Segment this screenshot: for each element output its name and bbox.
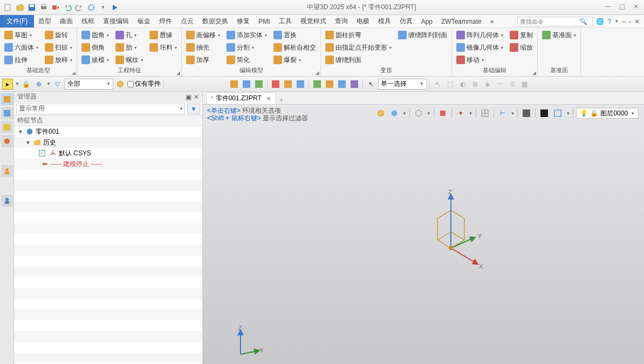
- dropdown-icon[interactable]: ▾: [265, 33, 267, 38]
- dropdown-icon[interactable]: ▾: [252, 45, 254, 50]
- lock-icon[interactable]: 🔒: [21, 79, 32, 90]
- menu-模具[interactable]: 模具: [374, 15, 395, 28]
- dropdown-icon[interactable]: ▾: [574, 33, 576, 38]
- tab-assembly-icon[interactable]: [1, 107, 13, 119]
- cmd7-icon[interactable]: [312, 79, 323, 90]
- dropdown-icon[interactable]: ▾: [299, 58, 301, 63]
- filter-funnel-icon[interactable]: ▼: [187, 104, 200, 114]
- display-mode-dropdown[interactable]: 显示常用▾: [16, 104, 185, 114]
- ribbon-缠绕到面[interactable]: 缠绕到面: [324, 54, 393, 66]
- cmd6-icon[interactable]: [295, 79, 306, 90]
- save-icon[interactable]: [27, 3, 37, 12]
- dropdown-icon[interactable]: ▾: [70, 58, 72, 63]
- tab-views-icon[interactable]: [1, 135, 13, 147]
- menu-工具[interactable]: 工具: [275, 15, 296, 28]
- section-icon[interactable]: [437, 108, 449, 119]
- dropdown-icon[interactable]: ▾: [107, 33, 109, 38]
- ribbon-拉伸[interactable]: 拉伸: [3, 54, 39, 66]
- menu-数据交换[interactable]: 数据交换: [198, 15, 232, 28]
- menu-查询[interactable]: 查询: [331, 15, 352, 28]
- ribbon-添加实体[interactable]: 添加实体▾: [225, 29, 268, 41]
- menu-overflow[interactable]: »: [486, 15, 498, 28]
- menu-修复[interactable]: 修复: [232, 15, 254, 28]
- add-tab-icon[interactable]: +: [279, 97, 283, 104]
- ribbon-分割[interactable]: 分割▾: [225, 42, 268, 53]
- dropdown-icon[interactable]: ▾: [141, 58, 143, 63]
- cmd4-icon[interactable]: [270, 79, 281, 90]
- ribbon-旋转[interactable]: 旋转: [44, 29, 73, 41]
- undo-icon[interactable]: [63, 3, 72, 12]
- play-icon[interactable]: [110, 3, 120, 12]
- globe-icon[interactable]: 🌐: [596, 18, 604, 25]
- view-cube-icon[interactable]: [375, 108, 387, 119]
- search-icon[interactable]: 🔍: [579, 18, 587, 25]
- dropdown-icon[interactable]: ▾: [36, 45, 38, 50]
- ribbon-移动[interactable]: 移动▾: [455, 54, 504, 66]
- ribbon-解析自相交[interactable]: 解析自相交: [272, 42, 317, 53]
- dropdown-icon[interactable]: ▾: [30, 33, 32, 38]
- minimize-button[interactable]: —: [603, 3, 613, 12]
- settings-icon[interactable]: [86, 3, 96, 12]
- opt5-icon[interactable]: ◈: [482, 79, 493, 90]
- ribbon-肋[interactable]: 肋▾: [114, 42, 144, 53]
- tree-history[interactable]: ▾ 历史: [14, 137, 202, 148]
- export-icon[interactable]: [51, 3, 60, 12]
- ribbon-圆柱折弯[interactable]: 圆柱折弯: [324, 29, 393, 41]
- ribbon-孔[interactable]: 孔▾: [114, 29, 144, 41]
- opt8-icon[interactable]: ▦: [519, 79, 530, 90]
- menu-仿真[interactable]: 仿真: [395, 15, 417, 28]
- ribbon-扫掠[interactable]: 扫掠▾: [44, 42, 73, 53]
- select-mode-dropdown[interactable]: 单一选择▼: [378, 79, 427, 90]
- color-icon[interactable]: [538, 108, 550, 119]
- ribbon-缠绕阵列到面[interactable]: 缠绕阵列到面: [397, 29, 448, 41]
- dropdown-icon[interactable]: ▾: [482, 58, 484, 63]
- cmd10-icon[interactable]: [349, 79, 360, 90]
- dropdown-icon[interactable]: ▾: [389, 45, 392, 50]
- ruler-icon[interactable]: ⊢: [497, 108, 509, 119]
- tree-build-stop[interactable]: ⬅ ----- 建模停止 -----: [14, 159, 202, 169]
- dropdown-icon[interactable]: ▾: [501, 33, 503, 38]
- wireframe-icon[interactable]: [413, 108, 424, 119]
- anchor-dropdown-icon[interactable]: ▼: [46, 81, 51, 86]
- ribbon-六面体[interactable]: 六面体▾: [3, 42, 39, 53]
- ribbon-倒角[interactable]: 倒角: [80, 42, 110, 53]
- redo-icon[interactable]: [74, 3, 84, 12]
- menu-线框[interactable]: 线框: [77, 15, 99, 28]
- opt7-icon[interactable]: ⊙: [507, 79, 518, 90]
- ribbon-放样[interactable]: 放样▾: [44, 54, 73, 66]
- opt3-icon[interactable]: ◐: [457, 79, 468, 90]
- dropdown-icon[interactable]: ▾: [107, 58, 109, 63]
- dropdown-icon[interactable]: ▾: [218, 33, 220, 38]
- menu-ZWTeammate[interactable]: ZWTeammate: [437, 15, 486, 28]
- dropdown-icon[interactable]: ▾: [134, 45, 136, 50]
- dropdown-icon[interactable]: ▾: [70, 45, 72, 50]
- ribbon-抽壳[interactable]: 抽壳: [185, 42, 221, 53]
- dialog-launcher-icon[interactable]: ◢: [532, 70, 536, 75]
- cmd8-icon[interactable]: [324, 79, 335, 90]
- opt4-icon[interactable]: ⊞: [470, 79, 481, 90]
- cmd3-icon[interactable]: [254, 79, 264, 90]
- tree-csys[interactable]: ✓ 默认 CSYS: [14, 148, 202, 159]
- tab-user-icon[interactable]: [1, 165, 13, 177]
- tab-close-icon[interactable]: ✕: [266, 95, 271, 102]
- tab-user2-icon[interactable]: [1, 195, 13, 207]
- ribbon-复制[interactable]: 复制: [509, 29, 534, 41]
- document-tab[interactable]: * 零件001.Z3PRT ✕: [206, 92, 276, 104]
- ribbon-阵列几何体[interactable]: 阵列几何体▾: [455, 29, 504, 41]
- mdi-minimize[interactable]: –: [622, 18, 626, 25]
- only-parts-checkbox[interactable]: 仅有零件: [127, 79, 161, 88]
- ribbon-螺纹[interactable]: 螺纹▾: [114, 54, 144, 66]
- command-search[interactable]: 🔍: [517, 17, 593, 26]
- ribbon-由指定点开始变形[interactable]: 由指定点开始变形▾: [324, 42, 393, 53]
- grid-icon[interactable]: [479, 108, 491, 119]
- search-input[interactable]: [520, 18, 579, 25]
- cmd9-icon[interactable]: [337, 79, 347, 90]
- ribbon-镜像几何体[interactable]: 镜像几何体▾: [455, 42, 504, 53]
- manager-x-icon[interactable]: ✕: [194, 93, 199, 101]
- menu-直接编辑[interactable]: 直接编辑: [99, 15, 133, 28]
- ribbon-草图[interactable]: 草图▾: [3, 29, 39, 41]
- dropdown-icon[interactable]: ▾: [501, 45, 503, 50]
- cmd1-icon[interactable]: [229, 79, 239, 90]
- maximize-button[interactable]: ▢: [617, 3, 627, 12]
- file-menu[interactable]: 文件(F): [0, 15, 34, 28]
